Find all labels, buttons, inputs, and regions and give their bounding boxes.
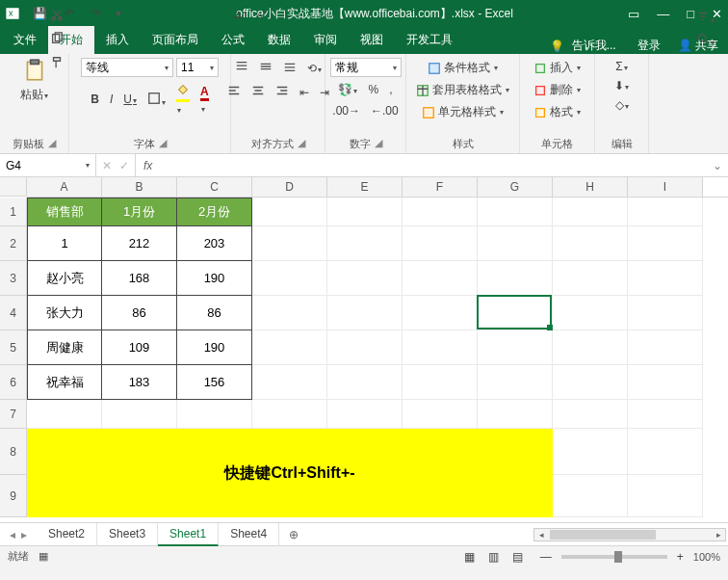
- cut-button[interactable]: [46, 6, 67, 26]
- fill-color-button[interactable]: ▾: [172, 81, 194, 118]
- delete-cells-button[interactable]: 删除▾: [530, 80, 585, 100]
- cell-F4[interactable]: [403, 296, 478, 330]
- align-top-button[interactable]: [231, 58, 252, 78]
- row-header-2[interactable]: 2: [0, 226, 27, 261]
- cell-G2[interactable]: [478, 226, 553, 261]
- table-cell[interactable]: 109: [102, 330, 177, 365]
- table-format-button[interactable]: 套用表格格式▾: [412, 80, 513, 100]
- select-all-corner[interactable]: [0, 177, 27, 197]
- cell-G7[interactable]: [478, 400, 553, 429]
- decimal-dec-button[interactable]: ←.00: [367, 102, 403, 119]
- bold-button[interactable]: B: [87, 91, 103, 108]
- sheet-tab-Sheet2[interactable]: Sheet2: [37, 523, 97, 546]
- cell-D7[interactable]: [252, 400, 327, 429]
- italic-button[interactable]: I: [106, 91, 117, 108]
- tab-data[interactable]: 数据: [256, 26, 302, 54]
- comma-button[interactable]: ,: [385, 81, 396, 98]
- minimize-button[interactable]: —: [657, 7, 669, 21]
- cell-I8[interactable]: [628, 429, 703, 475]
- zoom-out-button[interactable]: —: [536, 548, 556, 566]
- border-button[interactable]: ▾: [143, 90, 169, 110]
- format-cells-button[interactable]: 格式▾: [530, 102, 585, 122]
- row-header-9[interactable]: 9: [0, 475, 27, 517]
- cell-F5[interactable]: [403, 330, 478, 365]
- cell-F6[interactable]: [403, 365, 478, 400]
- fx-icon[interactable]: fx: [136, 159, 160, 172]
- cell-E5[interactable]: [327, 330, 403, 365]
- cell-F3[interactable]: [403, 261, 478, 296]
- sheet-tab-Sheet1[interactable]: Sheet1: [158, 523, 219, 546]
- cell-G6[interactable]: [478, 365, 553, 400]
- qat-redo[interactable]: ↷: [88, 5, 105, 22]
- sheet-tab-Sheet4[interactable]: Sheet4: [219, 523, 279, 546]
- table-cell[interactable]: 183: [102, 365, 177, 400]
- cell-F2[interactable]: [403, 226, 478, 261]
- cell-H7[interactable]: [553, 400, 628, 429]
- tab-formula[interactable]: 公式: [210, 26, 256, 54]
- table-cell[interactable]: 86: [177, 296, 252, 330]
- align-middle-button[interactable]: [255, 58, 276, 78]
- col-header-G[interactable]: G: [478, 177, 553, 197]
- indent-dec-button[interactable]: ⇤: [296, 84, 313, 101]
- sheet-tab-Sheet3[interactable]: Sheet3: [97, 523, 158, 546]
- table-cell[interactable]: 1: [27, 226, 102, 261]
- cell-E4[interactable]: [327, 296, 403, 330]
- table-cell[interactable]: 2月份: [177, 198, 252, 226]
- zoom-slider[interactable]: [561, 555, 667, 559]
- sort-filter-button[interactable]: ▾: [692, 8, 718, 28]
- tab-layout[interactable]: 页面布局: [141, 26, 210, 54]
- number-launcher[interactable]: ◢: [375, 137, 382, 151]
- cell-H4[interactable]: [553, 296, 628, 330]
- table-cell[interactable]: 168: [102, 261, 177, 296]
- cell-A7[interactable]: [27, 400, 102, 429]
- grow-font-button[interactable]: A^: [231, 8, 251, 23]
- tell-me[interactable]: 告诉我...: [572, 38, 616, 54]
- col-header-F[interactable]: F: [403, 177, 478, 197]
- percent-button[interactable]: %: [364, 81, 382, 98]
- cell-H6[interactable]: [553, 365, 628, 400]
- row-header-4[interactable]: 4: [0, 296, 27, 330]
- cell-I2[interactable]: [628, 226, 703, 261]
- align-right-button[interactable]: [272, 82, 293, 102]
- font-color-button[interactable]: A▾: [196, 83, 213, 117]
- row-header-7[interactable]: 7: [0, 400, 27, 429]
- insert-cells-button[interactable]: 插入▾: [530, 58, 585, 78]
- col-header-A[interactable]: A: [27, 177, 102, 197]
- table-cell[interactable]: 张大力: [27, 296, 102, 330]
- format-painter-button[interactable]: [46, 54, 67, 74]
- cell-D1[interactable]: [252, 198, 327, 226]
- table-cell[interactable]: 销售部: [27, 198, 102, 226]
- cell-I3[interactable]: [628, 261, 703, 296]
- tab-review[interactable]: 审阅: [302, 26, 349, 54]
- cell-I4[interactable]: [628, 296, 703, 330]
- sheet-nav-last[interactable]: ▸: [21, 528, 27, 541]
- formula-input[interactable]: [160, 154, 707, 176]
- cell-E6[interactable]: [327, 365, 403, 400]
- underline-button[interactable]: U▾: [119, 91, 141, 108]
- view-normal-button[interactable]: ▦: [460, 548, 479, 566]
- row-header-5[interactable]: 5: [0, 330, 27, 365]
- login-link[interactable]: 登录: [637, 38, 661, 54]
- view-pagebreak-button[interactable]: ▤: [508, 548, 527, 566]
- hscroll-thumb[interactable]: [550, 530, 656, 540]
- autosum-button[interactable]: Σ▾: [611, 58, 631, 75]
- cell-D2[interactable]: [252, 226, 327, 261]
- tab-file[interactable]: 文件: [2, 26, 48, 54]
- name-box[interactable]: G4▾: [0, 154, 96, 176]
- tab-dev[interactable]: 开发工具: [395, 26, 464, 54]
- cell-H9[interactable]: [553, 475, 628, 517]
- hscroll-right[interactable]: ▸: [712, 530, 725, 540]
- row-header-8[interactable]: 8: [0, 429, 27, 475]
- row-header-6[interactable]: 6: [0, 365, 27, 400]
- clipboard-launcher[interactable]: ◢: [48, 137, 56, 151]
- table-cell[interactable]: 190: [177, 261, 252, 296]
- cell-H2[interactable]: [553, 226, 628, 261]
- table-cell[interactable]: 祝幸福: [27, 365, 102, 400]
- table-cell[interactable]: 190: [177, 330, 252, 365]
- worksheet-grid[interactable]: ABCDEFGHI 123456789销售部1月份2月份1212203赵小亮16…: [0, 177, 728, 522]
- row-header-1[interactable]: 1: [0, 198, 27, 226]
- col-header-I[interactable]: I: [628, 177, 703, 197]
- cell-I7[interactable]: [628, 400, 703, 429]
- cell-E3[interactable]: [327, 261, 403, 296]
- sheet-nav-first[interactable]: ◂: [10, 528, 15, 541]
